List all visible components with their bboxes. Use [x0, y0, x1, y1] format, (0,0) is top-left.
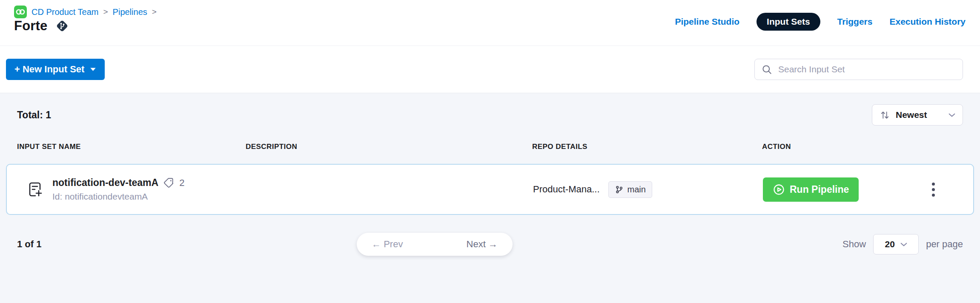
title-row: Forte	[14, 18, 70, 34]
input-set-name: notification-dev-teamA	[52, 177, 158, 189]
summary-row: Total: 1 Newest	[17, 93, 963, 126]
breadcrumb-pipelines-link[interactable]: Pipelines	[113, 7, 147, 17]
branch-name: main	[628, 185, 646, 194]
pipeline-tabs: Pipeline Studio Input Sets Triggers Exec…	[675, 12, 966, 31]
cell-repo-details: Product-Mana... main	[533, 181, 763, 198]
chevron-down-icon	[900, 242, 907, 247]
run-pipeline-label: Run Pipeline	[790, 184, 849, 195]
tab-pipeline-studio[interactable]: Pipeline Studio	[675, 17, 739, 27]
col-description: DESCRIPTION	[246, 143, 532, 151]
input-sets-panel: Total: 1 Newest INPUT SET NAME DESCRIPTI…	[0, 93, 980, 303]
chevron-down-icon	[948, 113, 955, 117]
breadcrumb: CD Product Team > Pipelines >	[14, 6, 157, 18]
page-size-value: 20	[885, 239, 894, 249]
tab-input-sets[interactable]: Input Sets	[756, 13, 820, 31]
input-set-row[interactable]: notification-dev-teamA 2 Id: notificatio…	[6, 164, 974, 215]
cell-action: Run Pipeline	[763, 177, 962, 202]
search-box	[754, 59, 963, 80]
page-size-group: Show 20 per page	[842, 233, 963, 256]
breadcrumb-project-link[interactable]: CD Product Team	[32, 7, 98, 17]
col-action: ACTION	[762, 143, 963, 151]
table-header: INPUT SET NAME DESCRIPTION REPO DETAILS …	[17, 143, 963, 151]
input-set-id: Id: notificationdevteamA	[52, 192, 184, 202]
tag-count: 2	[179, 177, 184, 189]
search-icon	[761, 64, 773, 75]
show-label: Show	[842, 239, 866, 250]
caret-down-icon	[90, 67, 96, 71]
new-input-set-label: + New Input Set	[14, 64, 84, 75]
repo-name: Product-Mana...	[533, 184, 600, 195]
kebab-icon	[932, 183, 935, 186]
pagination: 1 of 1 ← Prev 1 Next → Show 20 per page	[17, 233, 963, 256]
sort-dropdown[interactable]: Newest	[872, 104, 963, 126]
name-id-block: notification-dev-teamA 2 Id: notificatio…	[52, 177, 184, 202]
branch-badge: main	[608, 181, 652, 198]
page-range: 1 of 1	[17, 239, 41, 250]
git-branch-icon	[615, 185, 624, 194]
breadcrumb-separator: >	[152, 7, 157, 17]
current-page-button[interactable]: 1	[418, 233, 452, 256]
total-count: Total: 1	[17, 109, 51, 121]
tab-triggers[interactable]: Triggers	[837, 17, 873, 27]
new-input-set-button[interactable]: + New Input Set	[6, 59, 105, 80]
per-page-label: per page	[926, 239, 963, 250]
breadcrumb-separator: >	[103, 7, 108, 17]
input-set-icon	[26, 180, 45, 199]
prev-page-button[interactable]: ← Prev	[357, 233, 418, 256]
pager: ← Prev 1 Next →	[357, 233, 513, 256]
cell-input-set-name: notification-dev-teamA 2 Id: notificatio…	[18, 177, 246, 202]
run-pipeline-button[interactable]: Run Pipeline	[763, 177, 859, 202]
page-header: CD Product Team > Pipelines > Forte Pipe…	[0, 0, 980, 46]
sort-arrows-icon	[880, 110, 890, 120]
page-title: Forte	[14, 18, 48, 34]
col-repo-details: REPO DETAILS	[532, 143, 762, 151]
play-circle-icon	[773, 183, 785, 196]
tag-icon	[163, 177, 175, 189]
toolbar: + New Input Set	[0, 46, 980, 93]
remote-git-icon	[54, 18, 70, 34]
row-menu-button[interactable]	[928, 179, 938, 200]
search-input[interactable]	[778, 64, 956, 74]
col-input-set-name: INPUT SET NAME	[17, 143, 246, 151]
cd-module-icon	[14, 6, 27, 18]
tab-execution-history[interactable]: Execution History	[889, 17, 966, 27]
next-page-button[interactable]: Next →	[452, 233, 513, 256]
page-size-select[interactable]: 20	[873, 234, 919, 254]
sort-selected-value: Newest	[896, 110, 943, 120]
